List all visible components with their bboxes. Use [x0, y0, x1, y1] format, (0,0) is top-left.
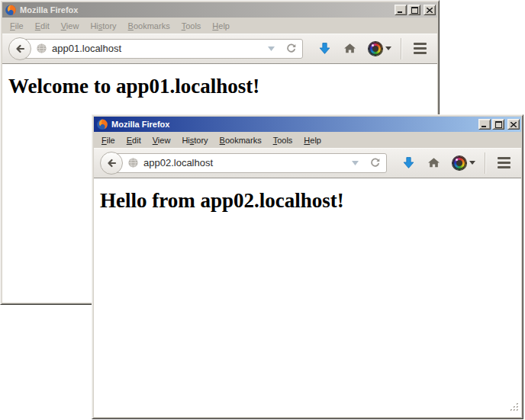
menu-help[interactable]: Help [208, 20, 234, 32]
maximize-icon [411, 7, 418, 14]
menu-file[interactable]: File [5, 20, 28, 32]
minimize-icon [482, 121, 488, 127]
close-button[interactable] [424, 5, 436, 15]
url-history-dropdown[interactable] [352, 161, 359, 165]
chevron-down-icon [268, 46, 275, 51]
back-button[interactable] [100, 152, 123, 175]
navigation-toolbar: app02.localhost [94, 148, 521, 178]
toolbar-separator [401, 38, 401, 59]
menu-edit[interactable]: Edit [122, 134, 146, 146]
colorwheel-addon-button[interactable] [369, 42, 391, 56]
url-input[interactable]: app01.localhost [52, 43, 268, 54]
reload-button[interactable] [369, 157, 381, 168]
reload-button[interactable] [285, 43, 297, 54]
back-button[interactable] [8, 37, 31, 60]
colorwheel-addon-icon [369, 42, 382, 56]
menu-view[interactable]: View [56, 20, 84, 32]
chevron-down-icon [469, 161, 475, 165]
toolbar-separator [485, 152, 485, 174]
globe-icon[interactable] [127, 157, 139, 168]
maximize-button[interactable] [492, 119, 504, 130]
page-heading: Welcome to app01.localhost! [8, 75, 437, 98]
menu-bar: File Edit View History Bookmarks Tools H… [2, 18, 437, 34]
menu-tools[interactable]: Tools [269, 134, 298, 146]
menu-tools[interactable]: Tools [177, 20, 206, 32]
url-history-dropdown[interactable] [268, 46, 275, 51]
minimize-button[interactable] [395, 5, 407, 15]
page-heading: Hello from app02.localhost! [100, 189, 521, 213]
maximize-icon [495, 121, 502, 128]
titlebar[interactable]: Mozilla Firefox [94, 117, 521, 132]
close-button[interactable] [507, 119, 520, 130]
minimize-button[interactable] [478, 119, 491, 130]
menu-bookmarks[interactable]: Bookmarks [124, 20, 175, 32]
url-bar[interactable]: app01.localhost [19, 39, 303, 59]
menu-bar: File Edit View History Bookmarks Tools H… [94, 132, 521, 148]
menu-edit[interactable]: Edit [31, 20, 54, 32]
menu-bookmarks[interactable]: Bookmarks [215, 134, 266, 146]
url-input[interactable]: app02.localhost [143, 157, 352, 168]
page-content: Hello from app02.localhost! [94, 178, 521, 417]
maximize-button[interactable] [408, 5, 420, 15]
back-arrow-icon [13, 42, 27, 56]
menu-file[interactable]: File [97, 134, 120, 146]
home-button[interactable] [427, 156, 440, 169]
download-arrow-icon [402, 156, 415, 169]
close-icon [511, 122, 517, 127]
menu-history[interactable]: History [85, 20, 121, 32]
back-arrow-icon [105, 156, 118, 170]
chevron-down-icon [385, 46, 391, 50]
colorwheel-addon-button[interactable] [453, 156, 475, 170]
chevron-down-icon [352, 161, 359, 165]
home-icon [427, 156, 440, 169]
menu-help[interactable]: Help [299, 134, 326, 146]
resize-grip[interactable] [510, 402, 520, 415]
window-title: Mozilla Firefox [20, 5, 395, 14]
home-button[interactable] [343, 42, 356, 55]
home-icon [343, 42, 356, 55]
open-menu-button[interactable] [498, 157, 511, 168]
browser-window-app02: Mozilla Firefox File Edit View History B… [92, 114, 523, 419]
minimize-icon [398, 7, 404, 13]
reload-icon [285, 43, 297, 54]
globe-icon[interactable] [36, 43, 47, 54]
menu-history[interactable]: History [177, 134, 212, 146]
menu-view[interactable]: View [148, 134, 176, 146]
colorwheel-addon-icon [453, 156, 466, 170]
open-menu-button[interactable] [414, 43, 427, 54]
download-button[interactable] [402, 156, 415, 169]
url-bar[interactable]: app02.localhost [111, 153, 387, 173]
firefox-logo-icon [96, 118, 108, 130]
download-arrow-icon [318, 42, 331, 55]
reload-icon [369, 157, 381, 168]
desktop: { "windows": [ { "title": "Mozilla Firef… [0, 0, 525, 420]
close-icon [427, 8, 433, 13]
hamburger-menu-icon [414, 43, 427, 45]
download-button[interactable] [318, 42, 331, 55]
navigation-toolbar: app01.localhost [2, 34, 437, 64]
hamburger-menu-icon [498, 157, 511, 159]
firefox-logo-icon [5, 4, 17, 16]
window-title: Mozilla Firefox [111, 120, 478, 129]
titlebar[interactable]: Mozilla Firefox [2, 2, 437, 18]
